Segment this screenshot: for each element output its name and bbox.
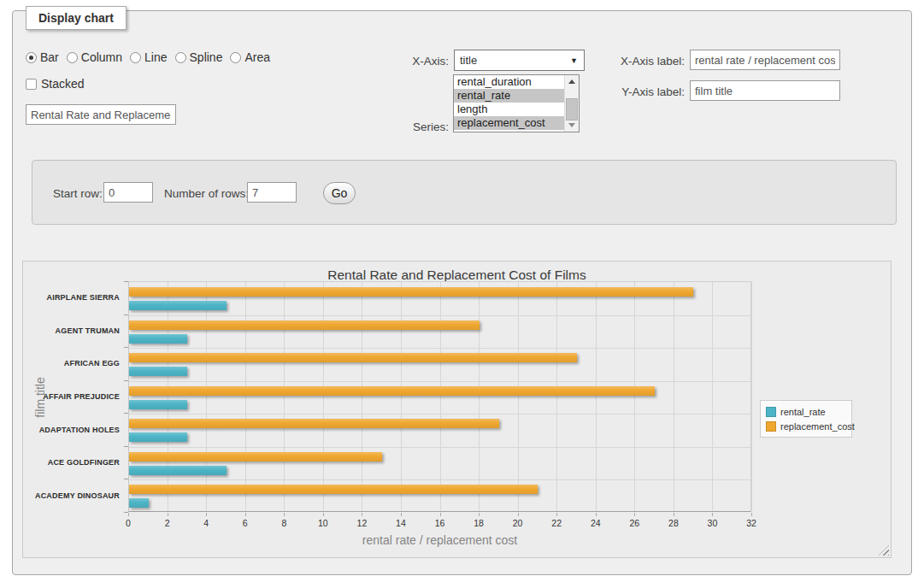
- chart-type-option-spline[interactable]: Spline: [175, 50, 223, 64]
- x-axis-tick: [751, 513, 752, 516]
- radio-button-icon[interactable]: [67, 52, 78, 63]
- legend-swatch-icon: [766, 421, 776, 432]
- start-row-input[interactable]: [103, 182, 153, 203]
- stacked-checkbox-row[interactable]: Stacked: [26, 77, 85, 91]
- chevron-down-icon: ▼: [570, 56, 584, 65]
- x-axis-tick: [245, 513, 246, 516]
- grid-line-vertical: [712, 282, 713, 511]
- y-axis-label-input[interactable]: [690, 80, 840, 101]
- x-axis-tick: [168, 513, 168, 516]
- category-label: AFRICAN EGG: [26, 359, 120, 367]
- bar-replacement-cost: [129, 353, 577, 362]
- x-axis-tick: [712, 513, 713, 516]
- grid-line-horizontal: [129, 414, 750, 414]
- bar-replacement-cost: [129, 320, 480, 330]
- scroll-down-icon[interactable]: [565, 119, 579, 132]
- chart-type-option-label: Column: [81, 50, 122, 64]
- num-rows-input[interactable]: [247, 182, 297, 203]
- x-axis-tick-label: 4: [203, 518, 209, 528]
- radio-button-icon[interactable]: [130, 52, 141, 63]
- scrollbar-thumb[interactable]: [566, 98, 578, 121]
- bar-rental-rate: [129, 334, 187, 344]
- rows-panel: Start row: Number of rows: Go: [32, 160, 897, 225]
- y-axis-tick: [124, 479, 128, 479]
- x-axis-tick: [362, 513, 362, 516]
- bar-rental-rate: [129, 400, 187, 409]
- radio-button-icon[interactable]: [230, 52, 241, 63]
- series-option-length[interactable]: length: [454, 103, 564, 116]
- legend-label: rental_rate: [780, 407, 826, 417]
- y-axis-label-label: Y-Axis label:: [611, 85, 685, 98]
- x-axis-label-input[interactable]: [690, 50, 840, 70]
- go-button[interactable]: Go: [323, 182, 356, 204]
- chart-type-option-area[interactable]: Area: [230, 50, 270, 64]
- plot-area: [128, 281, 751, 512]
- grid-line-vertical: [674, 282, 674, 511]
- series-option-rental_rate[interactable]: rental_rate: [454, 89, 564, 103]
- chart-type-option-bar[interactable]: Bar: [26, 50, 59, 64]
- x-axis-tick-label: 6: [243, 518, 248, 528]
- series-select-label: Series:: [394, 121, 449, 133]
- x-axis-tick-label: 32: [746, 518, 756, 528]
- stacked-label: Stacked: [41, 77, 85, 91]
- x-axis-tick: [479, 513, 480, 516]
- x-axis-tick-label: 2: [165, 518, 170, 528]
- x-axis-tick: [596, 513, 597, 516]
- chart-x-axis-title: rental rate / replacement cost: [128, 533, 751, 547]
- x-axis-tick: [556, 513, 557, 516]
- chart-type-option-label: Area: [244, 50, 270, 64]
- x-axis-tick-label: 26: [629, 518, 639, 528]
- grid-line-horizontal: [129, 348, 750, 349]
- chart-type-option-label: Line: [144, 50, 167, 64]
- chart-type-option-label: Spline: [190, 50, 223, 64]
- category-label: ADAPTATION HOLES: [26, 426, 120, 434]
- x-axis-label-label: X-Axis label:: [611, 55, 685, 68]
- stacked-checkbox[interactable]: [26, 79, 37, 90]
- radio-button-icon[interactable]: [26, 52, 37, 63]
- grid-line-horizontal: [129, 381, 750, 382]
- chart-title-input[interactable]: [26, 104, 176, 125]
- category-label: AFFAIR PREJUDICE: [26, 392, 120, 401]
- scroll-up-icon[interactable]: [565, 75, 579, 88]
- series-listbox: rental_durationrental_ratelengthreplacem…: [453, 74, 580, 132]
- legend-item-rental_rate[interactable]: rental_rate: [766, 404, 846, 419]
- category-label: ACE GOLDFINGER: [26, 458, 120, 467]
- x-axis-tick: [401, 513, 402, 516]
- chart-legend: rental_ratereplacement_cost: [760, 400, 852, 438]
- y-axis-tick: [124, 315, 128, 315]
- radio-button-icon[interactable]: [175, 52, 186, 63]
- x-axis-tick-label: 8: [281, 518, 286, 528]
- bar-replacement-cost: [129, 287, 693, 297]
- series-scrollbar[interactable]: [564, 75, 579, 132]
- x-axis-select[interactable]: title ▼: [454, 50, 585, 71]
- grid-line-horizontal: [129, 447, 750, 448]
- series-option-rental_duration[interactable]: rental_duration: [454, 75, 564, 89]
- legend-item-replacement_cost[interactable]: replacement_cost: [766, 419, 846, 433]
- grid-line-vertical: [518, 282, 519, 511]
- x-axis-tick-label: 20: [513, 518, 523, 528]
- grid-line-vertical: [168, 282, 168, 511]
- series-options: rental_durationrental_ratelengthreplacem…: [454, 75, 564, 132]
- grid-line-vertical: [245, 282, 246, 511]
- resize-handle-icon[interactable]: [879, 545, 889, 556]
- y-axis-tick: [124, 347, 128, 348]
- chart-type-radio-group: BarColumnLineSplineArea: [26, 50, 270, 64]
- x-axis-tick-label: 10: [318, 518, 328, 528]
- grid-line-vertical: [479, 282, 480, 511]
- x-axis-tick-label: 28: [668, 518, 679, 528]
- chart-type-option-column[interactable]: Column: [67, 50, 122, 64]
- bar-replacement-cost: [129, 419, 499, 428]
- x-axis-tick-label: 30: [708, 518, 718, 528]
- y-axis-tick: [124, 380, 128, 381]
- num-rows-label: Number of rows:: [164, 187, 249, 200]
- bar-replacement-cost: [129, 452, 382, 461]
- bar-rental-rate: [129, 367, 187, 376]
- series-option-replacement_cost[interactable]: replacement_cost: [454, 116, 564, 130]
- chart-type-option-line[interactable]: Line: [130, 50, 167, 64]
- bar-rental-rate: [129, 498, 149, 508]
- x-axis-tick: [518, 513, 519, 516]
- x-axis-select-value: title: [455, 54, 570, 67]
- bar-rental-rate: [129, 301, 227, 310]
- grid-line-vertical: [596, 282, 597, 511]
- y-axis-tick: [124, 281, 128, 282]
